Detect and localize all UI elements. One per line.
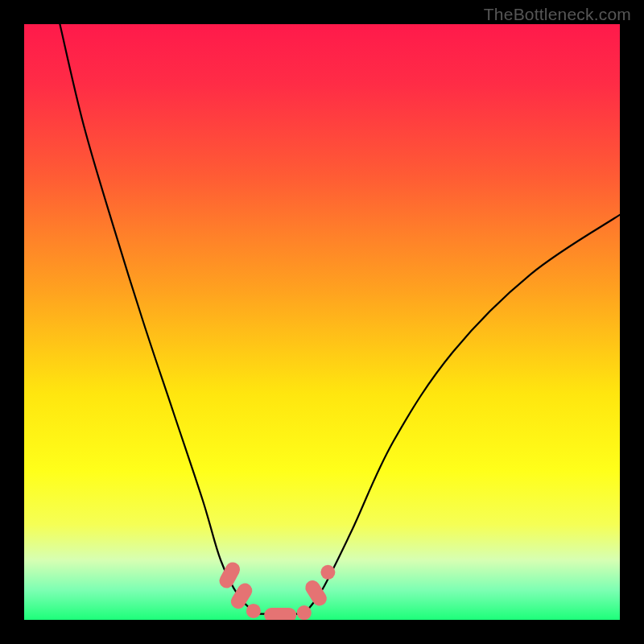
svg-point-3	[246, 604, 261, 618]
svg-point-5	[297, 605, 312, 620]
marker-0	[217, 559, 242, 590]
marker-4	[297, 605, 312, 620]
svg-rect-1	[217, 559, 242, 590]
svg-point-7	[320, 565, 335, 580]
series-right-curve	[304, 215, 620, 614]
plot-area	[24, 24, 620, 620]
svg-rect-4	[264, 608, 296, 620]
watermark-label: TheBottleneck.com	[484, 5, 631, 24]
marker-6	[320, 565, 335, 580]
marker-2	[246, 604, 261, 618]
series-left-curve	[60, 24, 256, 614]
marker-3	[264, 608, 296, 620]
chart-frame: TheBottleneck.com	[0, 0, 644, 644]
curves-layer	[24, 24, 620, 620]
